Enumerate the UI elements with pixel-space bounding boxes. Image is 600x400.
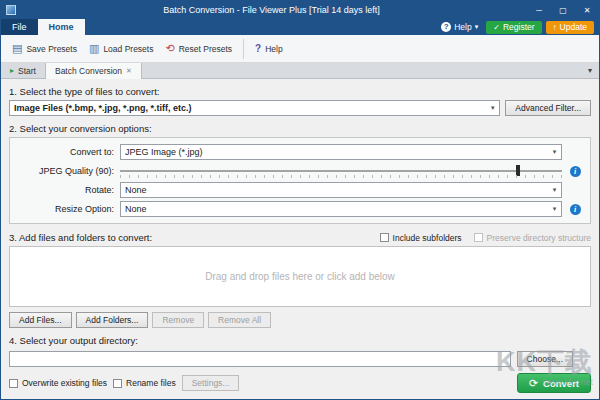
rename-label: Rename files — [126, 378, 176, 388]
choose-button[interactable]: Choose... — [517, 351, 573, 367]
batch-tab-label: Batch Conversion — [55, 66, 122, 76]
preserve-structure-option: Preserve directory structure — [474, 233, 591, 243]
main-content: 1. Select the type of files to convert: … — [1, 79, 599, 399]
register-label: Register — [503, 22, 535, 32]
section4-label: 4. Select your output directory: — [9, 335, 591, 346]
overwrite-checkbox[interactable] — [9, 379, 18, 388]
maximize-icon[interactable]: ▢ — [551, 1, 575, 19]
chevron-down-icon: ▾ — [548, 205, 561, 213]
settings-button: Settings... — [182, 375, 240, 391]
ribbon-toolbar: ▤ Save Presets ▥ Load Presets ⟲ Reset Pr… — [1, 35, 599, 63]
quality-info: i — [568, 166, 582, 177]
tab-start[interactable]: ▸ Start — [1, 63, 45, 78]
convert-to-value: JPEG Image (*.jpg) — [125, 147, 203, 157]
chevron-down-icon: ▾ — [548, 186, 561, 194]
update-button[interactable]: ↑ Update — [546, 21, 594, 34]
file-type-value: Image Files (*.bmp, *.jpg, *.png, *.tiff… — [14, 103, 192, 113]
bottom-options-row: Overwrite existing files Rename files Se… — [9, 373, 591, 393]
file-drop-area[interactable]: Drag and drop files here or click add be… — [9, 246, 591, 307]
update-label: Update — [560, 22, 587, 32]
load-presets-label: Load Presets — [103, 44, 153, 54]
output-directory-row: Choose... — [9, 351, 591, 367]
add-files-button[interactable]: Add Files... — [9, 312, 72, 328]
resize-dropdown[interactable]: None ▾ — [120, 201, 562, 217]
document-tabstrip: ▸ Start Batch Conversion ✕ ▾ — [1, 63, 599, 79]
rotate-label: Rotate: — [18, 185, 114, 195]
window-controls: ─ ▢ ✕ — [527, 1, 599, 19]
load-presets-button[interactable]: ▥ Load Presets — [83, 39, 160, 58]
add-folders-button[interactable]: Add Folders... — [76, 312, 149, 328]
help-label: Help — [454, 22, 471, 32]
section1-label: 1. Select the type of files to convert: — [9, 86, 591, 97]
load-presets-icon: ▥ — [89, 43, 99, 54]
overwrite-option[interactable]: Overwrite existing files — [9, 378, 107, 388]
remove-button: Remove — [152, 312, 204, 328]
include-subfolders-option[interactable]: Include subfolders — [380, 233, 462, 243]
rotate-row: Rotate: None ▾ — [18, 182, 582, 198]
output-directory-input[interactable] — [9, 351, 511, 367]
drop-area-text: Drag and drop files here or click add be… — [205, 271, 395, 282]
file-type-row: Image Files (*.bmp, *.jpg, *.png, *.tiff… — [9, 100, 591, 116]
preserve-structure-label: Preserve directory structure — [487, 233, 591, 243]
jpeg-quality-slider[interactable] — [120, 164, 562, 178]
register-button[interactable]: ✓ Register — [486, 21, 541, 34]
rename-option[interactable]: Rename files — [113, 378, 176, 388]
section3-header-row: 3. Add files and folders to convert: Inc… — [9, 232, 591, 243]
rename-checkbox[interactable] — [113, 379, 122, 388]
chevron-down-icon: ▾ — [548, 148, 561, 156]
close-icon[interactable]: ✕ — [575, 1, 599, 19]
chevron-down-icon: ▾ — [588, 66, 592, 75]
help-toolbar-button[interactable]: ? Help — [249, 39, 289, 58]
resize-value: None — [125, 204, 147, 214]
minimize-icon[interactable]: ─ — [527, 1, 551, 19]
reset-presets-icon: ⟲ — [165, 43, 174, 54]
rotate-dropdown[interactable]: None ▾ — [120, 182, 562, 198]
remove-all-button: Remove All — [208, 312, 271, 328]
save-presets-icon: ▤ — [12, 43, 22, 54]
chevron-down-icon: ▾ — [486, 104, 499, 112]
app-icon — [6, 5, 16, 15]
help-menu-button[interactable]: ? Help ▾ — [437, 22, 482, 32]
advanced-filter-button[interactable]: Advanced Filter... — [505, 100, 591, 116]
save-presets-button[interactable]: ▤ Save Presets — [6, 39, 83, 58]
check-icon: ✓ — [493, 23, 500, 32]
info-icon[interactable]: i — [570, 166, 581, 177]
convert-button[interactable]: ⟳ Convert — [517, 373, 591, 393]
convert-to-row: Convert to: JPEG Image (*.jpg) ▾ — [18, 144, 582, 160]
convert-icon: ⟳ — [529, 377, 538, 390]
tab-batch-conversion[interactable]: Batch Conversion ✕ — [45, 63, 142, 79]
window-title: Batch Conversion - File Viewer Plus [Tri… — [16, 5, 527, 15]
convert-to-label: Convert to: — [18, 147, 114, 157]
jpeg-quality-row: JPEG Quality (90): i — [18, 163, 582, 179]
save-presets-label: Save Presets — [26, 44, 77, 54]
conversion-options-panel: Convert to: JPEG Image (*.jpg) ▾ JPEG Qu… — [9, 137, 591, 224]
tab-file[interactable]: File — [1, 19, 38, 35]
resize-row: Resize Option: None ▾ i — [18, 201, 582, 217]
convert-to-dropdown[interactable]: JPEG Image (*.jpg) ▾ — [120, 144, 562, 160]
help-toolbar-icon: ? — [255, 43, 261, 54]
info-icon[interactable]: i — [570, 204, 581, 215]
tab-list-dropdown[interactable]: ▾ — [581, 63, 599, 78]
reset-presets-label: Reset Presets — [179, 44, 232, 54]
start-tab-label: Start — [18, 66, 36, 76]
tab-home[interactable]: Home — [38, 19, 85, 35]
section3-label: 3. Add files and folders to convert: — [9, 232, 152, 243]
help-icon: ? — [441, 22, 451, 32]
subfolder-options: Include subfolders Preserve directory st… — [380, 233, 591, 243]
file-buttons-row: Add Files... Add Folders... Remove Remov… — [9, 312, 591, 328]
rotate-value: None — [125, 185, 147, 195]
include-subfolders-checkbox[interactable] — [380, 233, 389, 242]
toolbar-separator — [243, 39, 244, 59]
app-window: Batch Conversion - File Viewer Plus [Tri… — [0, 0, 600, 400]
start-tab-icon: ▸ — [10, 66, 14, 75]
quality-slider-handle[interactable] — [516, 165, 520, 176]
reset-presets-button[interactable]: ⟲ Reset Presets — [159, 39, 238, 58]
tab-close-icon[interactable]: ✕ — [126, 67, 132, 75]
file-type-dropdown[interactable]: Image Files (*.bmp, *.jpg, *.png, *.tiff… — [9, 100, 500, 116]
convert-label: Convert — [543, 378, 579, 389]
jpeg-quality-label: JPEG Quality (90): — [18, 166, 114, 176]
overwrite-label: Overwrite existing files — [22, 378, 107, 388]
title-bar: Batch Conversion - File Viewer Plus [Tri… — [1, 1, 599, 19]
section2-label: 2. Select your conversion options: — [9, 123, 591, 134]
resize-info: i — [568, 204, 582, 215]
